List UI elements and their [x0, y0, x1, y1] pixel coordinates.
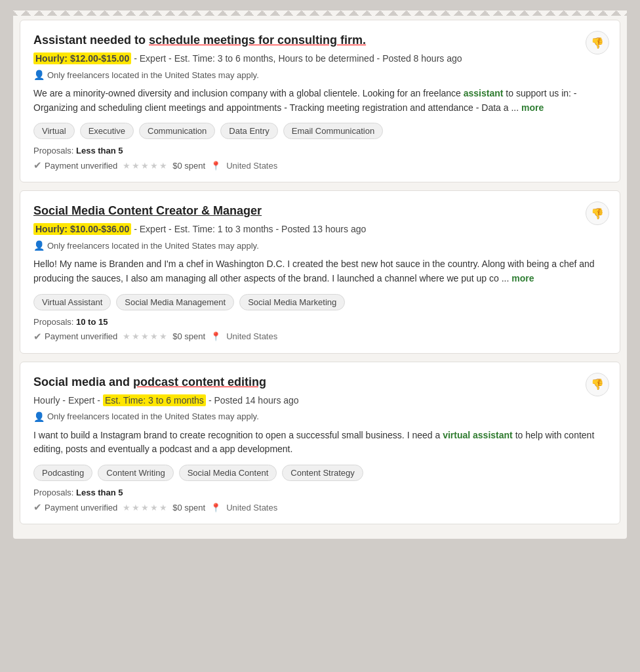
person-location-icon-3: 👤 — [33, 411, 45, 422]
payment-status-3: Payment unverified — [45, 503, 117, 513]
location-restriction-2: 👤 Only freelancers located in the United… — [33, 240, 607, 251]
job-card-1: 👎 Assistant needed to schedule meetings … — [20, 20, 620, 182]
star5: ★ — [159, 331, 167, 341]
location-restriction-3: 👤 Only freelancers located in the United… — [33, 411, 607, 422]
job-title-2: Social Media Content Creator & Manager — [33, 204, 607, 218]
payment-badge-1: ✔ Payment unverified — [33, 159, 117, 171]
rate-suffix-1: - Expert - Est. Time: 3 to 6 months, Hou… — [134, 53, 462, 64]
payment-status-1: Payment unverified — [45, 161, 117, 171]
star1: ★ — [123, 161, 130, 171]
job-title-underlined-1: schedule meetings for consulting firm. — [149, 33, 366, 47]
rate-highlight-3: Est. Time: 3 to 6 months — [103, 394, 206, 406]
star5: ★ — [159, 503, 167, 513]
map-pin-icon-1: 📍 — [210, 161, 221, 171]
tag-executive-1[interactable]: Executive — [80, 123, 134, 139]
dislike-button-1[interactable]: 👎 — [586, 31, 609, 54]
location-country-2: United States — [226, 331, 277, 341]
star3: ★ — [141, 161, 149, 171]
stars-2: ★ ★ ★ ★ ★ — [123, 331, 167, 341]
tag-email-comm-1[interactable]: Email Communication — [283, 123, 383, 139]
payment-status-2: Payment unverified — [45, 331, 117, 341]
star4: ★ — [150, 161, 158, 171]
star5: ★ — [159, 161, 167, 171]
tag-content-writing-3[interactable]: Content Writing — [98, 465, 173, 481]
rate-line-3: Hourly - Expert - Est. Time: 3 to 6 mont… — [33, 394, 607, 406]
stars-1: ★ ★ ★ ★ ★ — [123, 161, 167, 171]
job-title-plain-1: Assistant needed to — [33, 33, 149, 47]
job-title-text-2: Social Media Content Creator & Manager — [33, 204, 262, 217]
tag-data-entry-1[interactable]: Data Entry — [220, 123, 277, 139]
job-listings-container: 👎 Assistant needed to schedule meetings … — [13, 13, 627, 539]
desc-plain-1: We are a minority-owned diversity and in… — [33, 88, 464, 98]
thumbs-down-icon: 👎 — [591, 37, 604, 49]
proposals-line-1: Proposals: Less than 5 — [33, 146, 607, 156]
desc-plain-3: I want to build a Instagram brand to cre… — [33, 430, 443, 440]
tag-social-media-mgmt-2[interactable]: Social Media Management — [116, 294, 234, 310]
proposals-label-1: Proposals: — [33, 146, 73, 156]
proposals-count-3: Less than 5 — [76, 488, 123, 497]
location-text-1: Only freelancers located in the United S… — [47, 70, 259, 80]
thumbs-down-icon-3: 👎 — [591, 378, 604, 390]
job-card-2: 👎 Social Media Content Creator & Manager… — [20, 190, 620, 353]
job-card-3: 👎 Social media and podcast content editi… — [20, 362, 620, 524]
location-country-3: United States — [226, 503, 277, 513]
footer-line-3: ✔ Payment unverified ★ ★ ★ ★ ★ $0 spent … — [33, 501, 607, 513]
job-title-3: Social media and podcast content editing — [33, 375, 607, 389]
location-text-2: Only freelancers located in the United S… — [47, 241, 259, 251]
dislike-button-3[interactable]: 👎 — [586, 373, 609, 396]
proposals-line-2: Proposals: 10 to 15 — [33, 317, 607, 327]
footer-line-1: ✔ Payment unverified ★ ★ ★ ★ ★ $0 spent … — [33, 159, 607, 171]
star3: ★ — [141, 331, 149, 341]
tag-communication-1[interactable]: Communication — [139, 123, 215, 139]
rate-suffix-2: - Expert - Est. Time: 1 to 3 months - Po… — [134, 224, 366, 234]
rate-highlight-1: Hourly: $12.00-$15.00 — [33, 52, 131, 64]
desc-plain-2: Hello! My name is Branden and I'm a chef… — [33, 259, 595, 284]
payment-icon-1: ✔ — [33, 159, 42, 171]
rate-plain-3: Hourly - Expert - — [33, 395, 100, 406]
person-location-icon-1: 👤 — [33, 70, 45, 80]
tag-social-media-content-3[interactable]: Social Media Content — [179, 465, 277, 481]
star4: ★ — [150, 331, 158, 341]
job-title-plain-3: Social media and — [33, 375, 133, 388]
footer-line-2: ✔ Payment unverified ★ ★ ★ ★ ★ $0 spent … — [33, 331, 607, 343]
more-link-2[interactable]: more — [511, 273, 534, 284]
location-restriction-1: 👤 Only freelancers located in the United… — [33, 70, 607, 80]
proposals-line-3: Proposals: Less than 5 — [33, 488, 607, 497]
job-description-2: Hello! My name is Branden and I'm a chef… — [33, 257, 607, 285]
tag-social-media-mktg-2[interactable]: Social Media Marketing — [239, 294, 345, 310]
rate-line-2: Hourly: $10.00-$36.00 - Expert - Est. Ti… — [33, 223, 607, 235]
tags-container-3: Podcasting Content Writing Social Media … — [33, 465, 607, 481]
payment-icon-2: ✔ — [33, 331, 42, 343]
job-description-3: I want to build a Instagram brand to cre… — [33, 429, 607, 457]
star3: ★ — [141, 503, 149, 513]
job-title-underlined-3: podcast content editing — [133, 375, 266, 388]
tag-content-strategy-3[interactable]: Content Strategy — [282, 465, 363, 481]
proposals-label-2: Proposals: — [33, 317, 73, 327]
payment-icon-3: ✔ — [33, 501, 42, 513]
spent-3: $0 spent — [172, 503, 205, 513]
job-title-1: Assistant needed to schedule meetings fo… — [33, 33, 607, 47]
tags-container-1: Virtual Executive Communication Data Ent… — [33, 123, 607, 139]
payment-badge-2: ✔ Payment unverified — [33, 331, 117, 343]
proposals-label-3: Proposals: — [33, 488, 73, 497]
map-pin-icon-3: 📍 — [210, 503, 221, 513]
star2: ★ — [132, 503, 140, 513]
desc-highlight-1: assistant — [464, 88, 504, 98]
tag-virtual-assistant-2[interactable]: Virtual Assistant — [33, 294, 111, 310]
spent-2: $0 spent — [172, 331, 205, 341]
tags-container-2: Virtual Assistant Social Media Managemen… — [33, 294, 607, 310]
rate-line-1: Hourly: $12.00-$15.00 - Expert - Est. Ti… — [33, 52, 607, 64]
proposals-count-1: Less than 5 — [76, 146, 123, 156]
tag-virtual-1[interactable]: Virtual — [33, 123, 75, 139]
proposals-count-2: 10 to 15 — [76, 317, 108, 327]
payment-badge-3: ✔ Payment unverified — [33, 501, 117, 513]
tag-podcasting-3[interactable]: Podcasting — [33, 465, 92, 481]
dislike-button-2[interactable]: 👎 — [586, 201, 609, 225]
star1: ★ — [123, 331, 130, 341]
more-link-1[interactable]: more — [521, 102, 544, 113]
location-text-3: Only freelancers located in the United S… — [47, 411, 259, 421]
stars-3: ★ ★ ★ ★ ★ — [123, 503, 167, 513]
star2: ★ — [132, 161, 140, 171]
location-country-1: United States — [226, 161, 277, 171]
rate-highlight-2: Hourly: $10.00-$36.00 — [33, 223, 131, 235]
